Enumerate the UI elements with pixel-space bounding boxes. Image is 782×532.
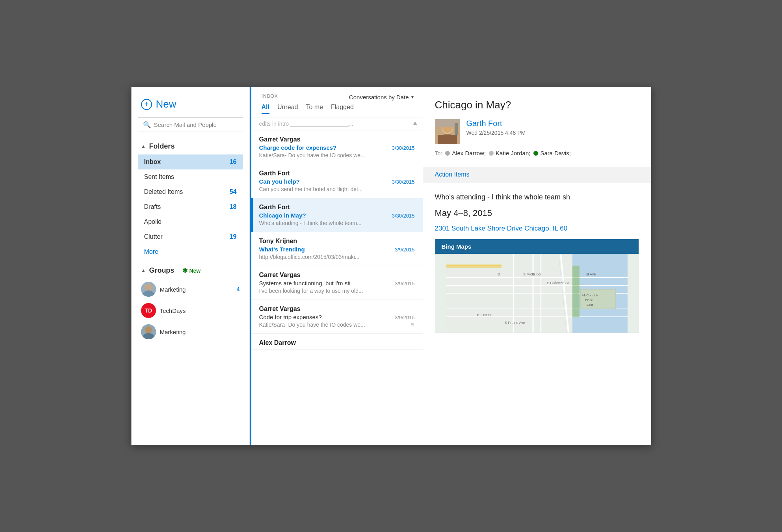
mail-subject-row-6: Code for trip expenses? 3/9/2015 bbox=[259, 314, 415, 320]
group-photo-1 bbox=[141, 282, 156, 297]
sort-label: Conversations by Date bbox=[349, 94, 409, 100]
sort-chevron-icon: ▼ bbox=[411, 95, 415, 99]
map-svg: S Michi S Indi st Ave D E Cullerton St E… bbox=[435, 254, 639, 333]
folder-sent[interactable]: Sent Items bbox=[138, 169, 243, 184]
folder-clutter[interactable]: Clutter 19 bbox=[138, 229, 243, 244]
filter-tabs: All Unread To me Flagged bbox=[262, 104, 354, 114]
email-subject: Chicago in May? bbox=[435, 99, 639, 111]
filter-all[interactable]: All bbox=[262, 104, 269, 114]
group-photo-2 bbox=[141, 324, 156, 339]
svg-text:E 21st St: E 21st St bbox=[477, 313, 492, 317]
svg-point-4 bbox=[145, 326, 152, 333]
recipient-sara-name: Sara Davis; bbox=[540, 150, 571, 156]
folder-sent-name: Sent Items bbox=[144, 173, 237, 180]
sender-info: Garth Fort Wed 2/25/2015 4:48 PM bbox=[466, 119, 526, 136]
recipient-dot-sara bbox=[533, 151, 538, 156]
recipient-alex-name: Alex Darrow; bbox=[452, 150, 486, 156]
mail-subject-3: Chicago in May? bbox=[259, 212, 389, 219]
folder-inbox[interactable]: Inbox 16 bbox=[138, 154, 243, 169]
group-marketing-2[interactable]: Marketing bbox=[138, 321, 243, 342]
sender-avatar bbox=[435, 119, 460, 144]
svg-rect-13 bbox=[455, 123, 458, 135]
mail-sender-1: Garret Vargas bbox=[259, 136, 415, 143]
svg-rect-37 bbox=[572, 266, 580, 317]
search-icon: 🔍 bbox=[143, 121, 151, 128]
email-body: Who's attending - I think the whole team… bbox=[423, 182, 651, 445]
groups-header[interactable]: ▲ Groups ✱ New bbox=[138, 262, 243, 279]
group-avatar-techdays: TD bbox=[141, 303, 156, 318]
recipient-dot-alex bbox=[445, 151, 450, 156]
groups-chevron: ▲ bbox=[141, 268, 146, 273]
mail-item-4[interactable]: Tony Krijnen What's Trending 3/9/2015 ht… bbox=[251, 232, 423, 266]
mail-item-partial: edits in intro ___________________... ▲ bbox=[251, 117, 423, 130]
map-header: Bing Maps bbox=[435, 239, 639, 254]
search-bar[interactable]: 🔍 bbox=[138, 117, 243, 132]
mail-sender-7: Alex Darrow bbox=[259, 339, 415, 346]
folder-deleted[interactable]: Deleted Items 54 bbox=[138, 184, 243, 199]
mail-sender-4: Tony Krijnen bbox=[259, 238, 415, 245]
mail-subject-row-3: Chicago in May? 3/30/2015 bbox=[259, 212, 415, 219]
mail-subject-4: What's Trending bbox=[259, 246, 392, 253]
folder-inbox-name: Inbox bbox=[144, 158, 230, 166]
mail-sender-2: Garth Fort bbox=[259, 170, 415, 177]
mail-preview-6: Katie/Sara- Do you have the IO codes we.… bbox=[259, 322, 415, 328]
mail-item-5[interactable]: Garret Vargas Systems are functioning, b… bbox=[251, 266, 423, 300]
action-items-btn[interactable]: Action Items bbox=[435, 171, 470, 178]
groups-new-label: New bbox=[189, 268, 201, 274]
mail-subject-row-5: Systems are functioning, but I'm sti 3/9… bbox=[259, 280, 415, 286]
map-body[interactable]: S Michi S Indi st Ave D E Cullerton St E… bbox=[435, 254, 639, 333]
mail-item-1[interactable]: Garret Vargas Charge code for expenses? … bbox=[251, 130, 423, 164]
flag-icon: ⚑ bbox=[410, 322, 415, 328]
more-link[interactable]: More bbox=[138, 244, 243, 259]
svg-text:Place: Place bbox=[585, 298, 593, 302]
new-star-icon: ✱ bbox=[182, 267, 188, 274]
mail-date-2: 3/30/2015 bbox=[392, 179, 415, 185]
mail-item-2[interactable]: Garth Fort Can you help? 3/30/2015 Can y… bbox=[251, 164, 423, 198]
sort-button[interactable]: Conversations by Date ▼ bbox=[349, 94, 415, 100]
new-button[interactable]: + New bbox=[132, 87, 249, 117]
mail-item-3[interactable]: Garth Fort Chicago in May? 3/30/2015 Who… bbox=[251, 198, 423, 232]
email-date-range: May 4–8, 2015 bbox=[435, 208, 639, 218]
group-techdays[interactable]: TD TechDays bbox=[138, 300, 243, 321]
folder-drafts[interactable]: Drafts 18 bbox=[138, 199, 243, 214]
svg-text:McCormick: McCormick bbox=[582, 294, 598, 297]
mail-sender-6: Garret Vargas bbox=[259, 305, 415, 313]
folder-inbox-count: 16 bbox=[230, 158, 237, 166]
search-input[interactable] bbox=[154, 121, 238, 128]
email-body-text: Who's attending - I think the whole team… bbox=[435, 192, 639, 203]
folders-header[interactable]: ▲ Folders bbox=[138, 138, 243, 154]
group-techdays-info: TechDays bbox=[160, 307, 240, 314]
group-marketing-2-name: Marketing bbox=[160, 329, 240, 335]
middle-panel: INBOX Conversations by Date ▼ All Unread… bbox=[250, 87, 423, 445]
folder-apollo-name: Apollo bbox=[144, 218, 237, 225]
folder-apollo[interactable]: Apollo bbox=[138, 214, 243, 229]
filter-flagged[interactable]: Flagged bbox=[331, 104, 354, 114]
folder-drafts-count: 18 bbox=[230, 203, 237, 210]
recipient-katie-name: Katie Jordan; bbox=[496, 150, 530, 156]
group-techdays-name: TechDays bbox=[160, 307, 240, 314]
svg-point-1 bbox=[145, 284, 152, 291]
mail-date-1: 3/30/2015 bbox=[392, 145, 415, 151]
folder-drafts-name: Drafts bbox=[144, 203, 230, 210]
mail-sender-3: Garth Fort bbox=[259, 204, 415, 211]
groups-label: Groups bbox=[149, 266, 174, 275]
filter-to-me[interactable]: To me bbox=[306, 104, 323, 114]
filter-unread[interactable]: Unread bbox=[277, 104, 298, 114]
mail-subject-6: Code for trip expenses? bbox=[259, 314, 392, 320]
folders-label: Folders bbox=[149, 142, 175, 151]
sender-name[interactable]: Garth Fort bbox=[466, 119, 526, 128]
map-address-link[interactable]: 2301 South Lake Shore Drive Chicago, IL … bbox=[435, 225, 639, 233]
group-marketing-1[interactable]: Marketing 4 bbox=[138, 279, 243, 300]
sender-avatar-img bbox=[435, 119, 460, 144]
mail-subject-row-2: Can you help? 3/30/2015 bbox=[259, 178, 415, 185]
mail-list: edits in intro ___________________... ▲ … bbox=[250, 117, 423, 445]
mail-item-7[interactable]: Alex Darrow bbox=[251, 334, 423, 350]
email-header: Chicago in May? bbox=[423, 87, 651, 167]
mail-preview-1: Katie/Sara- Do you have the IO codes we.… bbox=[259, 152, 415, 158]
mail-date-3: 3/30/2015 bbox=[392, 213, 415, 219]
scroll-up-btn[interactable]: ▲ bbox=[412, 119, 419, 127]
recipient-katie: Katie Jordan; bbox=[489, 150, 530, 156]
mail-preview-3: Who's attending - I think the whole team… bbox=[259, 220, 415, 226]
mail-item-6[interactable]: Garret Vargas Code for trip expenses? 3/… bbox=[251, 300, 423, 334]
recipient-sara: Sara Davis; bbox=[533, 150, 571, 156]
